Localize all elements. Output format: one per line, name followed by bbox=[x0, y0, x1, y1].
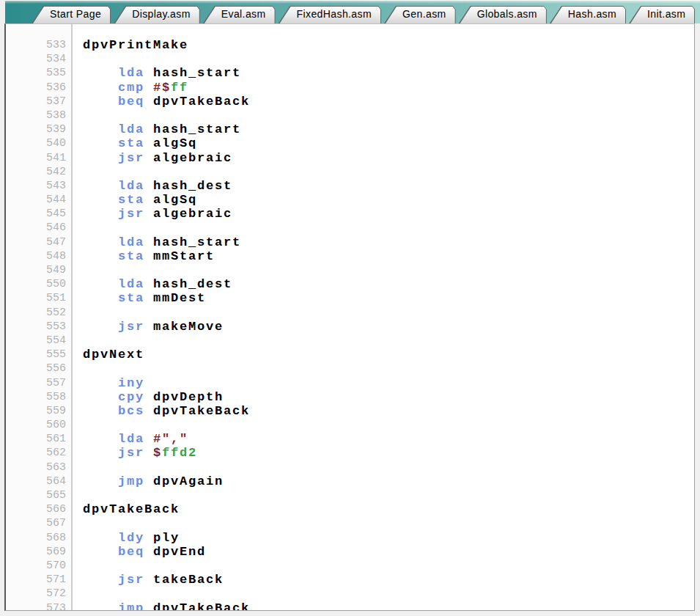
code-token-plain bbox=[144, 390, 153, 404]
code-line[interactable]: dpvTakeBack bbox=[83, 502, 694, 516]
code-token-sym: hash_start bbox=[153, 66, 241, 80]
code-line[interactable] bbox=[83, 52, 694, 66]
line-number: 545 bbox=[6, 207, 66, 221]
code-line[interactable] bbox=[83, 488, 694, 502]
code-line[interactable]: jsr algebraic bbox=[83, 151, 694, 165]
code-line[interactable] bbox=[83, 165, 694, 179]
code-line[interactable] bbox=[83, 263, 694, 277]
code-token-plain bbox=[144, 193, 153, 207]
code-line[interactable] bbox=[83, 587, 694, 601]
code-line[interactable] bbox=[83, 418, 694, 432]
line-number: 541 bbox=[6, 151, 66, 165]
code-line[interactable]: lda hash_dest bbox=[83, 179, 694, 193]
code-line[interactable]: jmp dpvAgain bbox=[83, 474, 694, 488]
code-token-op: lda bbox=[118, 66, 144, 80]
code-editor[interactable]: dpvPrintMake lda hash_start cmp #$ff beq… bbox=[73, 24, 694, 610]
code-token-plain bbox=[144, 573, 153, 587]
code-token-sym: hash_dest bbox=[153, 179, 232, 193]
code-line[interactable]: lda hash_start bbox=[83, 66, 694, 80]
line-number: 540 bbox=[6, 136, 66, 150]
code-token-plain bbox=[83, 179, 118, 193]
code-line[interactable] bbox=[83, 306, 694, 320]
code-line[interactable]: lda hash_start bbox=[83, 235, 694, 249]
code-token-plain bbox=[83, 573, 118, 587]
code-token-plain bbox=[144, 66, 153, 80]
code-token-plain bbox=[144, 531, 153, 545]
code-token-sym: dpvTakeBack bbox=[153, 404, 250, 418]
code-token-op: jmp bbox=[118, 601, 144, 611]
line-number: 570 bbox=[6, 559, 66, 573]
code-line[interactable]: dpvPrintMake bbox=[83, 38, 694, 52]
code-line[interactable]: lda #"," bbox=[83, 432, 694, 446]
code-token-plain bbox=[144, 291, 153, 305]
code-line[interactable]: jsr takeBack bbox=[83, 573, 694, 587]
code-line[interactable]: jsr $ffd2 bbox=[83, 446, 694, 460]
code-line[interactable]: jsr makeMove bbox=[83, 320, 694, 334]
tab-label: Display.asm bbox=[114, 6, 200, 23]
tab-hash-asm[interactable]: Hash.asm bbox=[550, 6, 626, 23]
line-number: 546 bbox=[6, 221, 66, 235]
line-number: 572 bbox=[6, 587, 66, 601]
code-token-plain bbox=[83, 136, 118, 150]
line-number: 561 bbox=[6, 432, 66, 446]
line-number: 555 bbox=[6, 348, 66, 362]
code-token-op: sta bbox=[118, 136, 144, 150]
code-line[interactable]: sta mmStart bbox=[83, 249, 694, 263]
code-line[interactable] bbox=[83, 461, 694, 474]
code-token-sym: mmDest bbox=[153, 291, 206, 305]
line-number: 558 bbox=[6, 390, 66, 404]
code-line[interactable] bbox=[83, 109, 694, 122]
code-token-sym: takeBack bbox=[153, 573, 224, 587]
code-token-plain bbox=[83, 207, 118, 221]
code-line[interactable] bbox=[83, 559, 694, 573]
code-token-op: sta bbox=[118, 193, 144, 207]
code-line[interactable]: lda hash_dest bbox=[83, 277, 694, 291]
tab-fixedhash-asm[interactable]: FixedHash.asm bbox=[279, 6, 381, 23]
code-line[interactable] bbox=[83, 221, 694, 235]
code-token-plain bbox=[83, 81, 118, 95]
code-line[interactable]: dpvNext bbox=[83, 348, 694, 362]
code-token-plain bbox=[83, 249, 118, 263]
tab-label: Eval.asm bbox=[203, 6, 276, 23]
code-line[interactable]: sta algSq bbox=[83, 136, 694, 150]
code-token-plain bbox=[144, 404, 153, 418]
line-number: 539 bbox=[6, 122, 66, 136]
code-token-op: beq bbox=[118, 545, 144, 559]
tab-start-page[interactable]: Start Page bbox=[32, 6, 111, 23]
code-line[interactable]: jmp dpvTakeBack bbox=[83, 601, 694, 611]
code-line[interactable]: beq dpvTakeBack bbox=[83, 95, 694, 109]
code-line[interactable]: beq dpvEnd bbox=[83, 545, 694, 559]
code-line[interactable]: sta algSq bbox=[83, 193, 694, 207]
code-line[interactable]: cpy dpvDepth bbox=[83, 390, 694, 404]
code-line[interactable]: ldy ply bbox=[83, 531, 694, 545]
code-token-op: jsr bbox=[118, 573, 144, 587]
code-token-sym: hash_start bbox=[153, 235, 241, 249]
code-token-plain bbox=[83, 474, 118, 488]
line-number: 534 bbox=[6, 52, 66, 66]
code-line[interactable]: jsr algebraic bbox=[83, 207, 694, 221]
code-token-plain bbox=[83, 376, 118, 390]
code-token-plain bbox=[83, 601, 118, 611]
code-line[interactable] bbox=[83, 516, 694, 530]
code-line[interactable]: cmp #$ff bbox=[83, 81, 694, 95]
code-line[interactable] bbox=[83, 362, 694, 375]
tab-eval-asm[interactable]: Eval.asm bbox=[203, 6, 276, 23]
code-line[interactable]: iny bbox=[83, 376, 694, 390]
tab-display-asm[interactable]: Display.asm bbox=[114, 6, 200, 23]
code-line[interactable]: lda hash_start bbox=[83, 122, 694, 136]
line-number: 543 bbox=[6, 179, 66, 193]
code-token-sym: dpvTakeBack bbox=[153, 95, 250, 109]
code-token-op: sta bbox=[118, 249, 144, 263]
code-token-op: lda bbox=[118, 432, 144, 446]
code-line[interactable]: bcs dpvTakeBack bbox=[83, 404, 694, 418]
code-token-label: dpvPrintMake bbox=[83, 38, 188, 52]
code-token-plain bbox=[83, 95, 118, 109]
code-line[interactable]: sta mmDest bbox=[83, 291, 694, 305]
code-token-plain bbox=[144, 95, 153, 109]
tab-init-asm[interactable]: Init.asm bbox=[629, 6, 695, 23]
tab-gen-asm[interactable]: Gen.asm bbox=[384, 6, 456, 23]
code-token-plain bbox=[83, 66, 118, 80]
code-token-label: dpvTakeBack bbox=[83, 502, 180, 516]
code-line[interactable] bbox=[83, 334, 694, 348]
tab-globals-asm[interactable]: Globals.asm bbox=[459, 6, 547, 23]
